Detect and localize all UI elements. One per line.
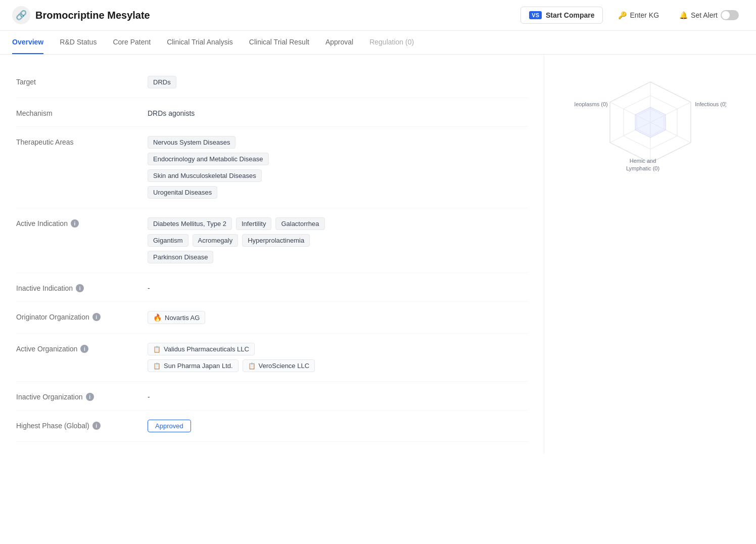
set-alert-label: Set Alert bbox=[691, 11, 718, 19]
main-content: Target DRDs Mechanism DRDs agonists Ther… bbox=[0, 55, 756, 454]
chart-label-bottom-1: Hemic and bbox=[629, 158, 656, 164]
drug-title: Bromocriptine Mesylate bbox=[35, 10, 521, 21]
mechanism-text: DRDs agonists bbox=[148, 107, 195, 117]
radar-chart-svg: Neoplasms (0) Infectious (0) Hemic and L… bbox=[575, 67, 726, 178]
active-org-veroscience[interactable]: 📋 VeroScience LLC bbox=[243, 359, 315, 372]
veroscience-doc-icon: 📋 bbox=[248, 362, 256, 370]
highest-phase-value: Approved bbox=[148, 420, 528, 432]
indication-tag-galactorrhea[interactable]: Galactorrhea bbox=[275, 217, 324, 230]
tab-core-patent[interactable]: Core Patent bbox=[113, 31, 151, 54]
approved-badge[interactable]: Approved bbox=[148, 420, 191, 432]
active-org-sunpharma[interactable]: 📋 Sun Pharma Japan Ltd. bbox=[148, 359, 239, 372]
veroscience-label: VeroScience LLC bbox=[259, 362, 309, 370]
active-indication-row-0: Diabetes Mellitus, Type 2 Infertility Ga… bbox=[148, 217, 325, 230]
therapeutic-area-tag-2[interactable]: Skin and Musculoskeletal Diseases bbox=[148, 169, 262, 182]
active-indication-row-2: Parkinson Disease bbox=[148, 251, 213, 263]
active-indication-row: Active Indication i Diabetes Mellitus, T… bbox=[16, 208, 528, 273]
therapeutic-area-tag-0[interactable]: Nervous System Diseases bbox=[148, 136, 235, 149]
sunpharma-label: Sun Pharma Japan Ltd. bbox=[164, 362, 233, 370]
mechanism-label: Mechanism bbox=[16, 107, 148, 117]
inactive-org-row: Inactive Organization i - bbox=[16, 382, 528, 411]
validus-doc-icon: 📋 bbox=[153, 346, 161, 353]
therapeutic-areas-label: Therapeutic Areas bbox=[16, 136, 148, 146]
nav-tabs: Overview R&D Status Core Patent Clinical… bbox=[0, 31, 756, 55]
target-tag-drds[interactable]: DRDs bbox=[148, 76, 176, 88]
set-alert-button[interactable]: 🔔 Set Alert bbox=[674, 7, 744, 23]
vs-badge: VS bbox=[529, 11, 542, 19]
indication-tag-infertility[interactable]: Infertility bbox=[236, 217, 271, 230]
highest-phase-label: Highest Phase (Global) i bbox=[16, 420, 148, 430]
therapeutic-areas-row: Therapeutic Areas Nervous System Disease… bbox=[16, 127, 528, 208]
inactive-indication-info-icon[interactable]: i bbox=[76, 284, 84, 292]
alert-toggle[interactable] bbox=[721, 10, 739, 20]
indication-tag-gigantism[interactable]: Gigantism bbox=[148, 234, 188, 247]
inactive-org-label: Inactive Organization i bbox=[16, 391, 148, 401]
active-indication-label: Active Indication i bbox=[16, 217, 148, 228]
originator-org-info-icon[interactable]: i bbox=[92, 313, 101, 321]
inactive-org-info-icon[interactable]: i bbox=[86, 393, 94, 401]
originator-org-novartis[interactable]: 🔥 Novartis AG bbox=[148, 311, 205, 324]
highest-phase-info-icon[interactable]: i bbox=[92, 422, 101, 430]
alert-icon: 🔔 bbox=[679, 11, 688, 19]
active-indication-info-icon[interactable]: i bbox=[71, 219, 79, 228]
enter-kg-label: Enter KG bbox=[630, 11, 659, 19]
indication-tag-diabetes[interactable]: Diabetes Mellitus, Type 2 bbox=[148, 217, 232, 230]
tab-rd-status[interactable]: R&D Status bbox=[60, 31, 97, 54]
therapeutic-areas-value: Nervous System Diseases Endocrinology an… bbox=[148, 136, 528, 199]
target-label: Target bbox=[16, 76, 148, 86]
inactive-indication-row: Inactive Indication i - bbox=[16, 273, 528, 302]
active-org-info-icon[interactable]: i bbox=[80, 345, 88, 353]
kg-icon: 🔑 bbox=[618, 11, 627, 19]
active-org-label: Active Organization i bbox=[16, 343, 148, 353]
therapeutic-area-tag-1[interactable]: Endocrinology and Metabolic Disease bbox=[148, 153, 269, 165]
active-org-validus[interactable]: 📋 Validus Pharmaceuticals LLC bbox=[148, 343, 255, 355]
svg-marker-6 bbox=[635, 107, 666, 138]
active-org-row: Active Organization i 📋 Validus Pharmace… bbox=[16, 334, 528, 382]
tab-regulation: Regulation (0) bbox=[369, 31, 414, 54]
novartis-label: Novartis AG bbox=[165, 314, 200, 322]
chart-label-bottom-2: Lymphatic (0) bbox=[626, 165, 659, 171]
originator-org-row: Originator Organization i 🔥 Novartis AG bbox=[16, 302, 528, 334]
sidebar-chart: Neoplasms (0) Infectious (0) Hemic and L… bbox=[544, 55, 756, 454]
mechanism-value: DRDs agonists bbox=[148, 107, 528, 117]
originator-org-value: 🔥 Novartis AG bbox=[148, 311, 528, 324]
active-indication-value: Diabetes Mellitus, Type 2 Infertility Ga… bbox=[148, 217, 528, 263]
target-value: DRDs bbox=[148, 76, 528, 88]
target-row: Target DRDs bbox=[16, 67, 528, 98]
originator-org-label: Originator Organization i bbox=[16, 311, 148, 321]
chart-label-left: Neoplasms (0) bbox=[575, 101, 608, 107]
inactive-org-text: - bbox=[148, 391, 150, 401]
active-indication-row-1: Gigantism Acromegaly Hyperprolactinemia bbox=[148, 234, 310, 247]
sunpharma-doc-icon: 📋 bbox=[153, 362, 161, 370]
novartis-flame-icon: 🔥 bbox=[153, 313, 162, 322]
indication-tag-hyperprolactinemia[interactable]: Hyperprolactinemia bbox=[242, 234, 310, 247]
inactive-org-value: - bbox=[148, 391, 528, 401]
enter-kg-button[interactable]: 🔑 Enter KG bbox=[613, 8, 664, 22]
page-header: 🔗 Bromocriptine Mesylate VS Start Compar… bbox=[0, 0, 756, 31]
overview-fields: Target DRDs Mechanism DRDs agonists Ther… bbox=[0, 55, 544, 454]
tab-clinical-trial-analysis[interactable]: Clinical Trial Analysis bbox=[167, 31, 233, 54]
inactive-indication-label: Inactive Indication i bbox=[16, 282, 148, 292]
radar-chart-container: Neoplasms (0) Infectious (0) Hemic and L… bbox=[552, 63, 748, 182]
tab-approval[interactable]: Approval bbox=[325, 31, 353, 54]
active-org-row-1: 📋 Sun Pharma Japan Ltd. 📋 VeroScience LL… bbox=[148, 359, 315, 372]
start-compare-label: Start Compare bbox=[546, 11, 594, 19]
inactive-indication-value: - bbox=[148, 282, 528, 292]
active-org-row-0: 📋 Validus Pharmaceuticals LLC bbox=[148, 343, 255, 355]
mechanism-row: Mechanism DRDs agonists bbox=[16, 98, 528, 127]
tab-clinical-trial-result[interactable]: Clinical Trial Result bbox=[249, 31, 309, 54]
start-compare-button[interactable]: VS Start Compare bbox=[521, 7, 603, 24]
tab-overview[interactable]: Overview bbox=[12, 31, 43, 54]
indication-tag-acromegaly[interactable]: Acromegaly bbox=[193, 234, 239, 247]
chart-label-right: Infectious (0) bbox=[695, 101, 726, 107]
indication-tag-parkinson[interactable]: Parkinson Disease bbox=[148, 251, 213, 263]
drug-icon: 🔗 bbox=[12, 6, 30, 24]
therapeutic-area-tag-3[interactable]: Urogenital Diseases bbox=[148, 186, 217, 199]
highest-phase-row: Highest Phase (Global) i Approved bbox=[16, 411, 528, 442]
validus-label: Validus Pharmaceuticals LLC bbox=[164, 345, 249, 353]
inactive-indication-text: - bbox=[148, 282, 150, 292]
active-org-value: 📋 Validus Pharmaceuticals LLC 📋 Sun Phar… bbox=[148, 343, 528, 372]
header-actions: VS Start Compare 🔑 Enter KG 🔔 Set Alert bbox=[521, 7, 744, 24]
